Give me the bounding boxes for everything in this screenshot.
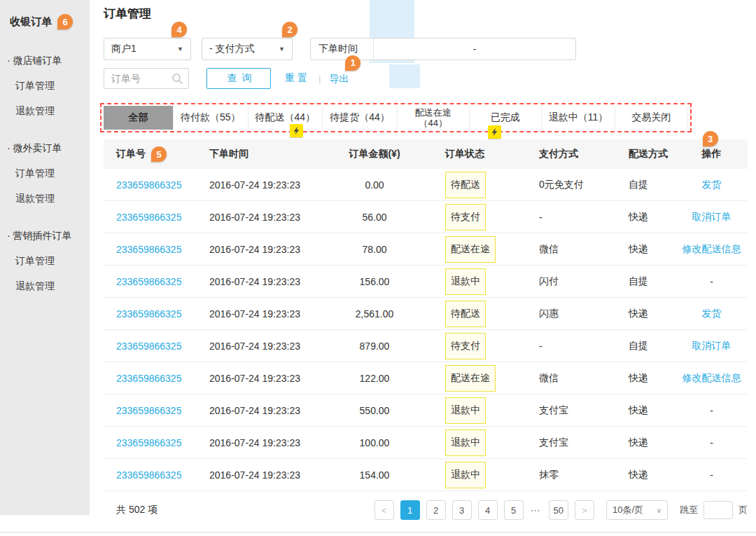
order-status: 退款中 [445,462,486,488]
delivery-method: 快递 [609,404,676,417]
page-title: 订单管理 [104,6,748,22]
order-time: 2016-07-24 19:23:23 [198,405,329,416]
payment-method-select[interactable]: - 支付方式 ▼ 2 [202,38,293,60]
delivery-method: 快递 [609,243,676,256]
table-row: 233659866325 2016-07-24 19:23:23 100.00 … [104,427,748,459]
payment-method: 0元免支付 [514,179,609,191]
sidebar-group-micro-shop-orders[interactable]: · 微店铺订单 [0,48,90,74]
sidebar-item-order-management-takeout[interactable]: 订单管理 [0,161,90,186]
order-no-link[interactable]: 233659866325 [116,179,181,191]
sidebar-item-label: 收银订单 [10,15,52,29]
annotation-pin-6: 6 [57,14,73,29]
order-amount: 156.00 [329,276,420,287]
annotation-pin-3: 3 [703,131,718,146]
tab-refunding[interactable]: 退款中（11） [542,106,616,130]
row-action[interactable]: 修改配送信息 [682,243,741,254]
order-no-link[interactable]: 233659866325 [116,212,181,223]
main-content: 订单管理 商户1 ▼ 4 - 支付方式 ▼ 2 下单时间 - 查询 重置 | [104,0,748,529]
table-row: 233659866325 2016-07-24 19:23:23 78.00 配… [104,233,748,266]
page-button-5[interactable]: 5 [504,500,524,520]
sidebar-item-cashier-orders[interactable]: 收银订单 6 [0,7,90,36]
order-status: 待配送 [445,172,486,198]
chevron-down-icon: ∨ [657,507,662,514]
tab-pending-pickup[interactable]: 待提货（44） [323,106,398,130]
prev-page-button[interactable]: < [374,500,394,520]
jump-to-page-input[interactable] [704,501,733,519]
row-action[interactable]: 取消订单 [692,340,732,351]
col-header-order-time: 下单时间 [198,148,329,160]
order-amount: 100.00 [329,437,420,448]
sidebar-item-order-management-marketing[interactable]: 订单管理 [0,249,90,274]
sidebar-item-refund-management-marketing[interactable]: 退款管理 [0,274,90,299]
row-action[interactable]: - [710,276,713,287]
col-header-label: 订单号 [116,148,146,159]
row-action[interactable]: - [710,469,713,481]
tab-all[interactable]: 全部 [104,106,174,130]
query-button[interactable]: 查询 [206,68,271,89]
page-button-4[interactable]: 4 [478,500,498,520]
col-header-amount: 订单金额(¥) [329,148,420,160]
page-button-3[interactable]: 3 [452,500,472,520]
page-button-1[interactable]: 1 [400,500,420,520]
order-no-search-box [104,68,189,89]
merchant-select-value: 商户1 [111,43,136,55]
order-no-link[interactable]: 233659866325 [116,405,181,416]
payment-method: 微信 [514,372,609,385]
filter-row-2: 查询 重置 | 导出 1 [104,68,748,89]
total-count: 共 502 项 [104,504,158,516]
lightning-icon [488,125,501,139]
row-action[interactable]: 修改配送信息 [682,372,741,383]
reset-link[interactable]: 重置 [285,72,310,85]
order-no-link[interactable]: 233659866325 [116,341,181,352]
table-row: 233659866325 2016-07-24 19:23:23 122.00 … [104,362,748,394]
delivery-method: 快递 [609,308,676,320]
page-size-select[interactable]: 10条/页 ∨ [606,500,668,520]
row-action[interactable]: - [710,437,713,448]
row-action[interactable]: - [710,405,713,416]
order-no-link[interactable]: 233659866325 [116,437,181,448]
tab-in-transit[interactable]: 配送在途（44） [398,106,470,130]
export-link[interactable]: 导出 [329,73,349,84]
delivery-method: 自提 [609,179,676,191]
row-action[interactable]: 发货 [702,308,722,319]
order-amount: 0.00 [329,179,420,191]
order-status: 待支付 [445,333,486,359]
sidebar-item-refund-management-shop[interactable]: 退款管理 [0,99,90,124]
order-time: 2016-07-24 19:23:23 [198,469,329,481]
order-no-link[interactable]: 233659866325 [116,244,181,255]
order-no-link[interactable]: 233659866325 [116,373,181,384]
chevron-down-icon: ▼ [279,46,285,53]
order-time: 2016-07-24 19:23:23 [198,373,329,384]
payment-method: 抹零 [514,469,609,481]
pagination: < 1 2 3 4 5 ⋯ 50 > 10条/页 ∨ 跳至 页 [374,500,748,520]
merchant-select[interactable]: 商户1 ▼ 4 [104,38,191,60]
order-no-link[interactable]: 233659866325 [116,276,181,287]
order-no-link[interactable]: 233659866325 [116,308,181,319]
annotation-pin-1: 1 [345,55,360,71]
delivery-method: 自提 [609,275,676,288]
tab-pending-payment[interactable]: 待付款（55） [174,106,248,130]
row-action[interactable]: 取消订单 [692,211,732,222]
col-header-delivery: 配送方式 [609,148,676,160]
annotation-pin-5: 5 [151,146,167,162]
order-no-input[interactable] [104,73,169,84]
tab-completed[interactable]: 已完成 [470,106,542,130]
payment-method: 闪付 [514,275,609,288]
payment-method: 微信 [514,243,609,256]
payment-select-value: - 支付方式 [209,43,255,55]
sidebar-group-marketing-plugin-orders[interactable]: · 营销插件订单 [0,224,90,249]
row-action[interactable]: 发货 [702,179,722,190]
sidebar-group-takeout-orders[interactable]: · 微外卖订单 [0,136,90,161]
page-button-50[interactable]: 50 [549,500,568,520]
order-time: 2016-07-24 19:23:23 [198,308,329,319]
sidebar-item-refund-management-takeout[interactable]: 退款管理 [0,186,90,212]
lightning-icon [290,124,303,137]
table-row: 233659866325 2016-07-24 19:23:23 56.00 待… [104,201,748,233]
tab-closed[interactable]: 交易关闭 [615,106,687,130]
order-no-link[interactable]: 233659866325 [116,469,181,481]
payment-method: - [514,212,609,223]
next-page-button[interactable]: > [575,500,594,520]
page-button-2[interactable]: 2 [426,500,446,520]
sidebar-item-order-management-shop[interactable]: 订单管理 [0,74,90,99]
tab-pending-delivery[interactable]: 待配送（44） [248,106,323,130]
